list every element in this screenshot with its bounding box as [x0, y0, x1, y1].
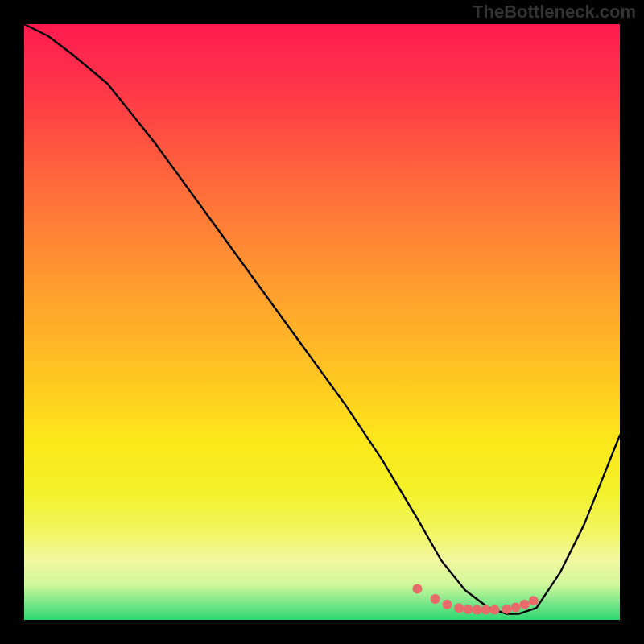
chart-frame: TheBottleneck.com	[0, 0, 644, 644]
highlight-marker	[454, 603, 464, 613]
highlight-markers-group	[412, 584, 538, 615]
watermark-text: TheBottleneck.com	[473, 2, 636, 23]
highlight-marker	[490, 605, 500, 614]
highlight-marker	[463, 605, 473, 614]
highlight-marker	[412, 584, 422, 594]
highlight-marker	[442, 600, 452, 609]
highlight-marker	[472, 605, 481, 614]
plot-area	[24, 24, 620, 620]
highlight-marker	[431, 594, 440, 604]
highlight-marker	[529, 596, 539, 605]
bottleneck-curve-path	[24, 24, 620, 614]
highlight-marker	[511, 603, 521, 613]
curve-layer	[24, 24, 620, 620]
highlight-marker	[502, 605, 511, 614]
highlight-marker	[520, 600, 530, 609]
highlight-marker	[481, 605, 491, 614]
